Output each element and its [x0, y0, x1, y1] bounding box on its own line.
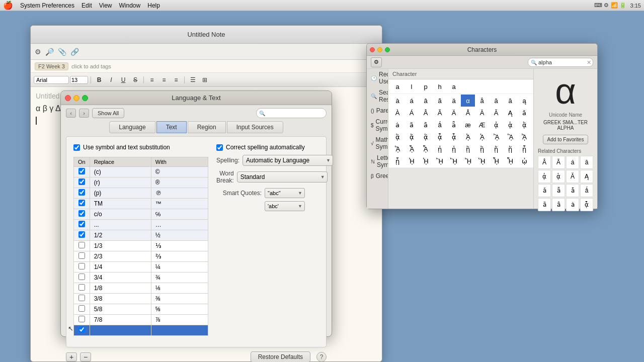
smart-quotes-dropdown-1[interactable]: "abc" — [265, 188, 305, 198]
row-checkbox-14[interactable] — [78, 316, 85, 322]
chars-search-input[interactable] — [528, 58, 593, 67]
list-button[interactable]: ☰ — [187, 75, 198, 85]
menubar-app-name[interactable]: System Preferences — [20, 2, 74, 9]
nav-back-button[interactable]: ‹ — [66, 109, 76, 118]
cg-al-12[interactable]: ᾋ — [503, 131, 517, 143]
cg-a-ring-mac[interactable]: ǻ — [433, 119, 447, 131]
spelling-dropdown[interactable]: Automatic by Language — [243, 155, 333, 166]
cg-a-tilde[interactable]: ã — [433, 95, 447, 107]
cg-al-28[interactable]: ᾛ — [447, 155, 461, 167]
related-char-3[interactable]: á — [566, 156, 579, 169]
row-checkbox-0[interactable] — [78, 168, 85, 174]
cg-al-7[interactable]: ᾆ — [433, 131, 447, 143]
cg-al-30[interactable]: ᾝ — [475, 155, 489, 167]
font-size-selector[interactable] — [70, 76, 88, 84]
align-center-button[interactable]: ≡ — [158, 75, 170, 85]
chars-close-button[interactable] — [370, 47, 375, 52]
cg-al-32[interactable]: ᾟ — [503, 155, 517, 167]
cg-a-inv-breve[interactable]: ȃ — [419, 119, 433, 131]
table-row-15[interactable] — [74, 325, 208, 336]
cg-al-31[interactable]: ᾞ — [489, 155, 503, 167]
cg-al-16[interactable]: ᾏ — [419, 143, 433, 155]
row-checkbox-7[interactable] — [78, 242, 85, 248]
cg-a-ring[interactable]: å — [475, 95, 489, 107]
row-checkbox-15[interactable] — [78, 326, 85, 333]
cg-A-tilde[interactable]: Ã — [433, 107, 447, 119]
chars-settings-button[interactable]: ⚙ — [371, 57, 382, 67]
cg-al-26[interactable]: ᾙ — [419, 155, 433, 167]
related-char-2[interactable]: Ã — [552, 156, 565, 169]
help-button[interactable]: ? — [316, 352, 327, 362]
add-to-favorites-button[interactable]: Add to Favorites — [543, 135, 589, 144]
maximize-button[interactable] — [82, 95, 88, 101]
cg-al-27[interactable]: ᾚ — [433, 155, 447, 167]
row-checkbox-3[interactable] — [78, 200, 85, 206]
word-break-dropdown[interactable]: Standard — [237, 171, 328, 183]
italic-button[interactable]: I — [106, 75, 117, 85]
show-all-button[interactable]: Show All — [92, 108, 124, 118]
cg-al-17[interactable]: ᾐ — [433, 143, 447, 155]
related-char-16[interactable]: ᾇ — [580, 198, 593, 211]
cg-al-29[interactable]: ᾜ — [461, 155, 475, 167]
chars-maximize-button[interactable] — [385, 47, 390, 52]
row-checkbox-10[interactable] — [78, 274, 85, 280]
cg-al-14[interactable]: ᾍ — [390, 143, 405, 155]
related-char-6[interactable]: ᾁ — [552, 170, 565, 183]
related-char-12[interactable]: ǻ — [580, 184, 593, 197]
row-checkbox-5[interactable] — [78, 221, 85, 227]
sidebar-item-currency[interactable]: $ Currency Symbols — [367, 116, 388, 134]
row-with-input-15[interactable] — [151, 326, 208, 335]
row-checkbox-1[interactable] — [78, 178, 85, 185]
cg-A-mac[interactable]: Ā — [475, 107, 489, 119]
tab-region[interactable]: Region — [188, 121, 226, 133]
restore-defaults-button[interactable]: Restore Defaults — [251, 351, 310, 362]
cg-alpha-sel[interactable]: α — [461, 95, 475, 107]
cg-al-23[interactable]: ᾖ — [517, 143, 531, 155]
row-checkbox-12[interactable] — [78, 295, 85, 301]
related-char-10[interactable]: ǟ — [552, 184, 565, 197]
cg-al-21[interactable]: ᾔ — [489, 143, 503, 155]
menubar-help[interactable]: Help — [147, 2, 160, 9]
cg-A-breve[interactable]: Ă — [489, 107, 503, 119]
nav-forward-button[interactable]: › — [79, 109, 89, 118]
cg-A-grave[interactable]: À — [390, 107, 405, 119]
cg-al-10[interactable]: ᾉ — [475, 131, 489, 143]
tab-input-sources[interactable]: Input Sources — [227, 121, 283, 133]
cg-al-9[interactable]: ᾈ — [461, 131, 475, 143]
cg-a-circ[interactable]: â — [419, 95, 433, 107]
related-char-8[interactable]: Ą — [580, 170, 593, 183]
menubar-window[interactable]: Window — [119, 2, 141, 9]
cg-a-ae[interactable]: æ — [461, 119, 475, 131]
cg-a-breve[interactable]: ă — [503, 95, 517, 107]
cg-a-dbl-grave[interactable]: ȁ — [405, 119, 419, 131]
cg-al-8[interactable]: ᾇ — [447, 131, 461, 143]
cg-A-ae[interactable]: Æ — [475, 119, 489, 131]
char-cell-l[interactable]: l — [405, 80, 419, 93]
related-char-5[interactable]: ᾀ — [538, 170, 551, 183]
related-char-1[interactable]: Â — [538, 156, 551, 169]
row-checkbox-4[interactable] — [78, 210, 85, 217]
cg-A-circ[interactable]: Â — [419, 107, 433, 119]
chars-minimize-button[interactable] — [377, 47, 382, 52]
align-left-button[interactable]: ≡ — [146, 75, 157, 85]
note-tag-badge[interactable]: F2 Week 3 — [35, 62, 68, 70]
minimize-button[interactable] — [73, 95, 79, 101]
correct-spell-checkbox[interactable] — [216, 144, 223, 151]
sidebar-item-parentheses[interactable]: () Parentheses — [367, 105, 388, 116]
cg-al-19[interactable]: ᾒ — [461, 143, 475, 155]
cg-a-ogonek[interactable]: ą — [517, 95, 531, 107]
cg-a-lig[interactable]: ᾀ — [489, 119, 503, 131]
chars-clear-button[interactable]: ✕ — [587, 59, 591, 65]
char-cell-h[interactable]: h — [433, 80, 447, 93]
related-char-14[interactable]: ȃ — [552, 198, 565, 211]
apple-icon[interactable]: 🍎 — [3, 1, 13, 10]
cg-a-lig5[interactable]: ᾄ — [405, 131, 419, 143]
row-checkbox-6[interactable] — [78, 231, 85, 238]
related-char-4[interactable]: â — [580, 156, 593, 169]
close-button[interactable] — [65, 95, 71, 101]
font-selector[interactable] — [34, 76, 69, 84]
char-cell-a2[interactable]: a — [447, 80, 461, 93]
row-checkbox-13[interactable] — [78, 305, 85, 312]
sidebar-item-math[interactable]: √ Math Symbols — [367, 134, 388, 152]
cg-al-6[interactable]: ᾅ — [419, 131, 433, 143]
